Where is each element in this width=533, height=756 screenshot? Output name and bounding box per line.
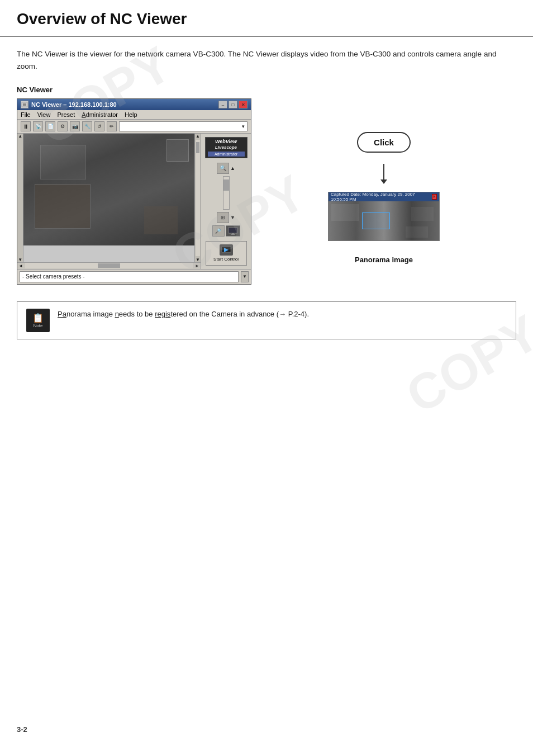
note-icon-label: Note [34,323,43,328]
note-box: 📋 Note Panorama image needs to be regist… [17,301,516,339]
panorama-selection-rect [362,212,390,229]
note-text-part1: Panorama image needs to be registered on… [58,310,309,318]
nc-viewer-titlebar: NC Viewer – 192.168.100.1:80 – □ ✕ [17,99,251,110]
maximize-button[interactable]: □ [229,101,237,108]
right-scroll-up[interactable]: ▲ [196,134,200,139]
nc-bottom-bar: - Select camera presets - ▼ [17,269,251,284]
left-scroll-down[interactable]: ▼ [18,257,22,262]
toolbar-edit-icon[interactable]: ✏ [107,121,117,131]
right-scroll-down[interactable]: ▼ [196,257,200,262]
ptz-down-arrow[interactable]: ▼ [230,215,235,220]
zoom-scrollbar [223,176,230,210]
titlebar-controls: – □ ✕ [218,101,248,108]
start-control-button[interactable]: Start Control [206,241,247,266]
zoom-scrollbar-thumb[interactable] [223,179,229,191]
zoom-up-arrow[interactable]: ▲ [230,166,235,171]
toolbar-network-icon[interactable]: 🔧 [82,121,92,131]
page-title: Overview of NC Viewer [17,10,516,28]
titlebar-title: NC Viewer – 192.168.100.1:80 [31,101,117,108]
diagram-area: NC Viewer – 192.168.100.1:80 – □ ✕ File … [17,98,516,284]
toolbar-dropdown[interactable]: ▾ [119,121,248,131]
h-scroll-thumb[interactable] [98,263,120,268]
left-vscrollbar: ▲ ▼ [17,134,23,262]
panorama-title: Captured Date: Monday, January 29, 2007 … [331,192,432,202]
intro-paragraph: The NC Viewer is the viewer for the netw… [17,48,516,72]
nc-viewer-titlebar-icon [21,101,28,108]
menu-file[interactable]: File [21,111,31,118]
left-scroll-up[interactable]: ▲ [18,134,22,139]
toolbar-camera-icon[interactable]: 📷 [70,121,80,131]
toolbar: ⏸ 📡 📄 ⚙ 📷 🔧 ↺ ✏ ▾ [17,120,251,134]
h-scroll-left-btn[interactable]: ◄ [17,263,24,268]
svg-rect-2 [229,228,237,233]
panorama-image [329,201,439,240]
svg-rect-1 [23,103,26,106]
webview-badge: WebView Livescope Administrator [205,137,248,158]
panorama-titlebar: Captured Date: Monday, January 29, 2007 … [329,192,439,201]
svg-rect-3 [232,233,234,234]
h-scroll-track [25,263,193,268]
menu-bar: File View Preset Administrator Help [17,110,251,120]
diagram-right: Click Captured Date: Monday, January 29,… [251,98,516,264]
page-number: 3-2 [17,725,27,734]
note-icon-symbol: 📋 [32,313,44,323]
menu-view[interactable]: View [37,111,51,118]
start-control-label: Start Control [213,257,239,262]
start-control-icon [220,244,233,256]
zoom-icon[interactable]: 🔍 [217,163,229,174]
ptz-control: ⊞ ▼ [217,212,235,223]
toolbar-doc-icon[interactable]: 📄 [45,121,55,131]
note-text: Panorama image needs to be registered on… [58,309,309,320]
h-scrollbar: ◄ ► [17,262,201,269]
nc-viewer-window: NC Viewer – 192.168.100.1:80 – □ ✕ File … [17,98,251,284]
h-scroll-right-btn[interactable]: ► [194,263,201,268]
preset-dropdown[interactable]: - Select camera presets - [20,271,239,282]
panorama-label: Panorama image [355,256,413,264]
note-icon: 📋 Note [26,309,50,332]
right-vscrollbar: ▲ ▼ [194,134,201,262]
toolbar-settings-icon[interactable]: ⚙ [58,121,68,131]
camera-controls-panel: WebView Livescope Administrator 🔍 ▲ [201,134,251,268]
monitor-icon[interactable] [226,225,240,237]
toolbar-refresh-icon[interactable]: ↺ [94,121,104,131]
close-button[interactable]: ✕ [239,101,248,108]
panorama-close-button[interactable]: ✕ [432,194,437,200]
toolbar-pause-icon[interactable]: ⏸ [21,121,31,131]
preset-placeholder: - Select camera presets - [22,273,85,280]
menu-help[interactable]: Help [125,111,137,118]
section-label: NC Viewer [17,86,516,94]
panorama-preview-window: Captured Date: Monday, January 29, 2007 … [328,192,440,241]
minimize-button[interactable]: – [218,101,227,108]
page-header: Overview of NC Viewer [0,0,533,37]
snapshot-area: 🔎 [212,225,240,237]
webview-admin-label: Administrator [208,152,245,157]
preset-dropdown-arrow[interactable]: ▼ [241,271,249,282]
menu-administrator[interactable]: Administrator [82,111,118,118]
viewer-body: ▲ ▼ [17,134,251,268]
ptz-icon[interactable]: ⊞ [217,212,229,223]
click-bubble: Click [357,132,411,153]
snapshot-icon[interactable]: 🔎 [212,225,225,237]
webview-title-line2: Livescope [208,145,245,150]
click-arrow-down [383,164,384,181]
camera-view [23,134,194,245]
page-content: The NC Viewer is the viewer for the netw… [0,37,533,362]
click-label: Click [374,138,394,147]
webview-title-line1: WebView [208,139,245,145]
zoom-control: 🔍 ▲ [217,163,235,174]
svg-rect-4 [231,234,235,235]
titlebar-left: NC Viewer – 192.168.100.1:80 [21,101,117,108]
toolbar-signal-icon[interactable]: 📡 [33,121,43,131]
menu-preset[interactable]: Preset [57,111,75,118]
